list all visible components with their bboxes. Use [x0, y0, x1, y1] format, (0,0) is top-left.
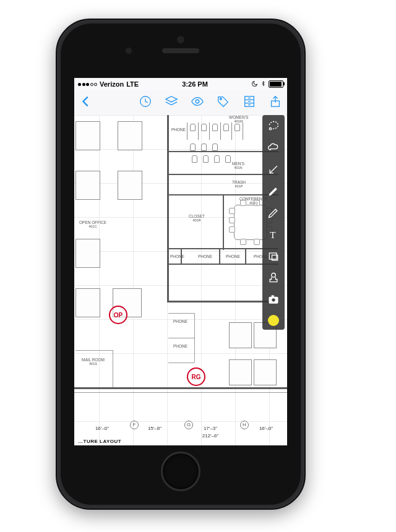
- tags-button[interactable]: [217, 95, 230, 111]
- wall: [113, 350, 113, 387]
- front-camera: [125, 47, 132, 54]
- highlighter-tool[interactable]: [266, 184, 281, 199]
- workstation: [75, 239, 100, 268]
- lasso-tool[interactable]: [266, 119, 281, 134]
- wall: [168, 363, 194, 363]
- home-button[interactable]: [161, 452, 200, 491]
- share-button[interactable]: [269, 95, 282, 111]
- room-label-mail-room: MAIL ROOM401S: [82, 358, 105, 366]
- toolbar: [74, 90, 287, 116]
- color-picker[interactable]: [268, 315, 279, 326]
- stall: [187, 122, 187, 140]
- toilet-icon: [201, 124, 207, 131]
- screen: Verizon LTE 3:26 PM: [74, 78, 287, 445]
- exterior-wall: [74, 387, 287, 389]
- workstation: [118, 171, 142, 200]
- chair-icon: [240, 239, 246, 245]
- svg-rect-15: [269, 253, 277, 259]
- pen-tool[interactable]: [266, 205, 281, 220]
- stall: [209, 122, 210, 140]
- signal-strength-icon: [78, 83, 97, 86]
- history-button[interactable]: [139, 95, 152, 111]
- wall: [167, 248, 278, 249]
- sink-icon: [212, 144, 218, 151]
- room-label-phone: PHONE: [171, 127, 186, 132]
- text-tool[interactable]: T: [266, 227, 281, 242]
- grid-overlay: [74, 115, 287, 445]
- wall: [75, 350, 113, 351]
- room-label-trash: TRASH401P: [232, 180, 246, 188]
- stall: [220, 122, 221, 140]
- room-label-phone: PHONE: [173, 319, 187, 324]
- stall: [231, 122, 232, 140]
- column-bubble: G: [184, 421, 193, 429]
- wall: [245, 249, 246, 264]
- stall: [198, 122, 199, 140]
- room-label-open-office: OPEN OFFICE401C: [79, 220, 106, 228]
- arrow-tool[interactable]: [266, 162, 281, 177]
- workstation: [229, 322, 252, 348]
- phone-frame: Verizon LTE 3:26 PM: [56, 19, 306, 510]
- toilet-icon: [235, 124, 240, 131]
- wall: [74, 392, 287, 393]
- clock-label: 3:26 PM: [182, 80, 208, 88]
- column-bubble: F: [130, 421, 139, 429]
- file-cabinet-button[interactable]: [243, 95, 256, 111]
- toilet-icon: [214, 155, 220, 163]
- drawing-canvas[interactable]: WOMEN'S401M MEN'S401N TRASH401P CLOSET40…: [74, 115, 287, 445]
- wall: [167, 115, 169, 301]
- stamp-op[interactable]: OP: [109, 306, 127, 324]
- svg-point-19: [272, 298, 276, 302]
- room-label-closet: CLOSET401R: [189, 214, 205, 222]
- toilet-icon: [212, 124, 218, 131]
- wall: [167, 174, 278, 175]
- workstation: [75, 171, 100, 200]
- layers-button[interactable]: [165, 95, 178, 111]
- toilet-icon: [190, 124, 196, 131]
- camera-tool[interactable]: [266, 292, 281, 307]
- sink-icon: [201, 144, 207, 151]
- do-not-disturb-icon: [251, 80, 258, 88]
- workstation: [118, 121, 142, 150]
- stamp-tool[interactable]: [266, 270, 281, 285]
- chair-icon: [229, 226, 235, 233]
- column-bubble: H: [240, 421, 249, 429]
- room-label-phone: PHONE: [198, 254, 212, 259]
- toilet-icon: [225, 155, 231, 163]
- room-label-phone: PHONE: [170, 254, 184, 259]
- wall: [194, 313, 195, 338]
- status-bar: Verizon LTE 3:26 PM: [74, 78, 287, 90]
- markup-tool-palette: T: [262, 115, 285, 330]
- wall: [167, 151, 278, 152]
- bluetooth-icon: [260, 80, 266, 88]
- room-label-phone: PHONE: [173, 344, 187, 348]
- workstation: [229, 359, 252, 385]
- wall: [223, 194, 224, 250]
- svg-point-17: [272, 273, 276, 278]
- visibility-button[interactable]: [191, 95, 204, 111]
- svg-point-2: [196, 100, 199, 103]
- shape-tool[interactable]: [266, 249, 281, 264]
- sink-icon: [190, 144, 196, 151]
- chair-icon: [254, 239, 260, 245]
- svg-point-3: [220, 98, 222, 100]
- dimension-row: 16'–0" 15'–8" 17'–3" 16'–0" 212'–6": [74, 426, 287, 439]
- cloud-tool[interactable]: [266, 140, 281, 155]
- wall: [168, 313, 194, 314]
- toilet-icon: [223, 124, 229, 131]
- wall: [168, 338, 194, 338]
- carrier-label: Verizon: [100, 80, 124, 88]
- room-label-mens: MEN'S401N: [232, 161, 244, 169]
- network-label: LTE: [126, 80, 139, 88]
- workstation: [75, 288, 100, 317]
- stall: [243, 122, 243, 140]
- room-label-womens: WOMEN'S401M: [229, 115, 248, 123]
- phone-bezel: Verizon LTE 3:26 PM: [61, 24, 301, 505]
- svg-marker-1: [166, 97, 177, 102]
- back-button[interactable]: [79, 95, 93, 111]
- wall: [167, 301, 272, 302]
- toilet-icon: [203, 155, 209, 163]
- stamp-rg[interactable]: RG: [187, 367, 205, 386]
- earpiece-speaker: [162, 48, 199, 53]
- svg-line-13: [270, 166, 277, 173]
